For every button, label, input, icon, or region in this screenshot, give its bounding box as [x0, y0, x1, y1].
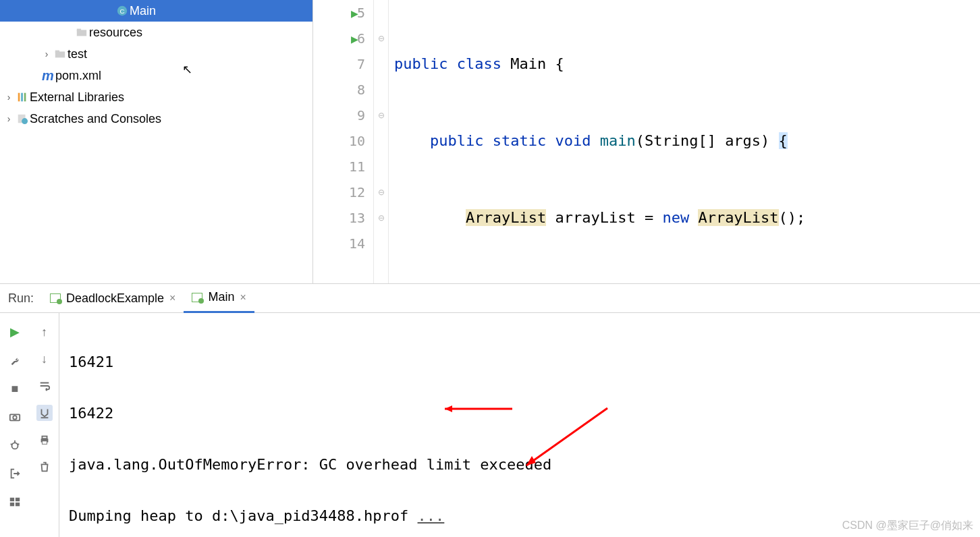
code-token: main — [600, 132, 636, 149]
scroll-to-end-icon[interactable] — [36, 405, 53, 421]
code-token: public — [430, 132, 483, 149]
tree-item-pom[interactable]: m pom.xml — [0, 65, 312, 86]
line-gutter[interactable]: 5▶ 6▶ 7 8 9 10 11 12 13 14 — [313, 0, 374, 283]
code-token: (String[] — [636, 132, 725, 149]
close-icon[interactable]: × — [169, 292, 175, 304]
svg-rect-23 — [42, 436, 47, 439]
code-token: ArrayList — [698, 209, 778, 226]
layout-icon[interactable] — [7, 494, 23, 510]
tab-label: Main — [208, 290, 234, 304]
tree-label: pom.xml — [55, 69, 101, 83]
tree-label: External Libraries — [30, 90, 124, 105]
fold-marker-icon[interactable]: ⊖ — [374, 179, 388, 205]
run-toolbar-secondary: ↑ ↓ — [30, 313, 59, 537]
fold-column[interactable]: ⊖ ⊖ ⊖ ⊖ — [374, 0, 389, 283]
tree-label: Main — [130, 4, 156, 18]
libraries-icon — [15, 91, 30, 103]
svg-rect-5 — [55, 51, 59, 53]
code-token: ArrayList — [466, 209, 546, 226]
svg-point-10 — [22, 118, 28, 124]
svg-rect-18 — [16, 498, 20, 501]
folder-icon — [53, 48, 67, 60]
print-icon[interactable] — [36, 432, 53, 448]
svg-rect-24 — [42, 441, 47, 445]
line-number: 8 — [357, 82, 365, 98]
code-token: ) — [761, 132, 779, 149]
svg-text:C: C — [119, 7, 124, 15]
svg-line-16 — [18, 444, 20, 445]
svg-point-13 — [12, 443, 18, 449]
tree-item-test[interactable]: › test — [0, 43, 312, 65]
run-gutter-icon[interactable]: ▶ — [351, 6, 358, 20]
code-token: Main — [510, 55, 546, 72]
svg-rect-8 — [24, 93, 26, 102]
fold-marker-icon[interactable]: ⊖ — [374, 103, 388, 128]
fold-marker-icon[interactable]: ⊖ — [374, 205, 388, 231]
console-line: 16421 — [69, 349, 975, 375]
run-tab-bar: Run: DeadlockExample × Main × — [0, 283, 980, 313]
project-tree[interactable]: C Main resources › test m pom.xml › Exte… — [0, 0, 313, 283]
svg-rect-20 — [16, 503, 20, 506]
code-token: public — [394, 55, 447, 72]
console-output[interactable]: 16421 16422 java.lang.OutOfMemoryError: … — [59, 313, 980, 537]
chevron-right-icon[interactable]: › — [3, 92, 15, 103]
line-number: 10 — [349, 133, 365, 149]
soft-wrap-icon[interactable] — [36, 378, 53, 394]
code-token: class — [457, 55, 501, 72]
chevron-right-icon[interactable]: › — [3, 113, 15, 124]
stop-button[interactable]: ■ — [7, 380, 23, 397]
watermark: CSDN @墨家巨子@俏如来 — [842, 519, 973, 533]
code-editor[interactable]: public class Main { public static void m… — [389, 0, 980, 283]
run-gutter-icon[interactable]: ▶ — [351, 32, 358, 46]
console-text: Dumping heap to d:\java_pid34488.hprof — [69, 507, 418, 524]
tab-label: DeadlockExample — [66, 291, 164, 306]
svg-rect-19 — [10, 503, 14, 506]
console-line: 16422 — [69, 401, 975, 426]
code-token: { — [779, 132, 788, 149]
wrench-icon[interactable] — [7, 352, 23, 368]
trash-icon[interactable] — [36, 459, 53, 475]
svg-rect-6 — [18, 93, 20, 102]
maven-icon: m — [40, 68, 55, 84]
line-number: 11 — [349, 159, 365, 175]
console-line: Dumping heap to d:\java_pid34488.hprof .… — [69, 503, 975, 529]
line-number: 7 — [357, 56, 365, 72]
folder-icon — [74, 26, 89, 38]
line-number: 13 — [349, 210, 365, 226]
line-number: 12 — [349, 184, 365, 200]
code-token: = — [636, 209, 663, 226]
debug-icon[interactable] — [7, 437, 23, 453]
up-arrow-icon[interactable]: ↑ — [36, 324, 53, 340]
code-token: static — [493, 132, 546, 149]
console-line: java.lang.OutOfMemoryError: GC overhead … — [69, 452, 975, 478]
tree-item-main[interactable]: C Main — [0, 0, 312, 22]
down-arrow-icon[interactable]: ↓ — [36, 351, 53, 367]
tree-item-scratches[interactable]: › Scratches and Consoles — [0, 108, 312, 130]
camera-icon[interactable] — [7, 409, 23, 425]
close-icon[interactable]: × — [240, 291, 246, 304]
tab-deadlock-example[interactable]: DeadlockExample × — [42, 283, 184, 313]
fold-marker-icon[interactable]: ⊖ — [374, 26, 388, 51]
svg-point-12 — [13, 416, 16, 419]
scratches-icon — [15, 113, 30, 125]
line-number: 14 — [349, 235, 365, 252]
run-config-icon — [50, 293, 61, 303]
tree-label: test — [67, 47, 87, 61]
run-panel-label: Run: — [0, 291, 42, 306]
svg-line-15 — [11, 444, 13, 445]
exit-icon[interactable] — [7, 465, 23, 482]
code-token: void — [555, 132, 591, 149]
console-link[interactable]: ... — [418, 507, 445, 524]
svg-rect-17 — [10, 498, 14, 501]
tree-item-external-libraries[interactable]: › External Libraries — [0, 86, 312, 108]
code-token: (); — [779, 209, 806, 226]
svg-rect-3 — [77, 29, 81, 32]
tree-item-resources[interactable]: resources — [0, 22, 312, 43]
code-token: new — [662, 209, 689, 226]
chevron-right-icon[interactable]: › — [40, 49, 53, 59]
code-token: args — [725, 132, 761, 149]
run-config-icon — [192, 293, 202, 302]
tab-main[interactable]: Main × — [184, 283, 254, 313]
mouse-cursor-icon: ↖ — [182, 62, 192, 77]
rerun-button[interactable]: ▶ — [7, 324, 23, 340]
